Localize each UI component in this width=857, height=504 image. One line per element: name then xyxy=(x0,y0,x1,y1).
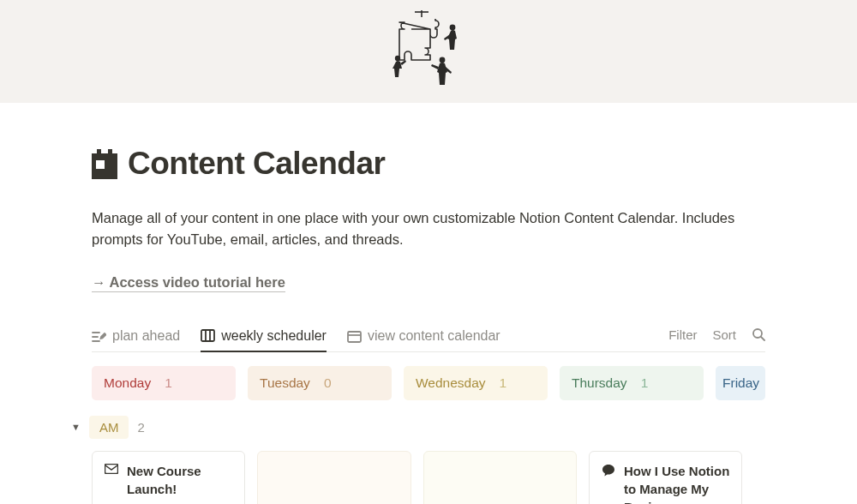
day-label: Monday xyxy=(104,375,151,391)
group-header-am: ▼ AM 2 xyxy=(71,416,765,439)
day-header-friday[interactable]: Friday xyxy=(716,366,765,400)
svg-rect-10 xyxy=(348,332,361,342)
card-edge-friday xyxy=(754,451,765,505)
day-header-tuesday[interactable]: Tuesday 0 xyxy=(248,366,392,400)
speech-bubble-icon xyxy=(602,464,615,477)
card-new-course-launch[interactable]: New Course Launch! Published xyxy=(92,451,245,505)
svg-rect-7 xyxy=(201,330,214,341)
day-label: Tuesday xyxy=(260,375,310,391)
day-label: Wednesday xyxy=(416,375,486,391)
calendar-grid-icon xyxy=(347,330,362,343)
group-count: 2 xyxy=(137,420,144,435)
envelope-icon xyxy=(105,464,118,474)
toggle-icon[interactable]: ▼ xyxy=(71,422,81,432)
puzzle-illustration-icon xyxy=(391,9,466,94)
day-label: Thursday xyxy=(572,375,627,391)
board-icon xyxy=(201,329,215,342)
tab-view-calendar[interactable]: view content calendar xyxy=(347,321,500,351)
card-empty-wednesday[interactable] xyxy=(423,451,577,505)
tab-label: plan ahead xyxy=(112,328,180,344)
svg-point-2 xyxy=(450,25,456,31)
page-title: Content Calendar xyxy=(128,146,385,182)
card-title: How I Use Notion to Manage My Business xyxy=(624,462,729,505)
tab-label: view content calendar xyxy=(368,328,500,344)
svg-rect-14 xyxy=(105,464,118,473)
sort-button[interactable]: Sort xyxy=(712,327,736,342)
card-title: New Course Launch! xyxy=(127,462,232,499)
tutorial-link[interactable]: → Access video tutorial here xyxy=(92,274,285,292)
tab-plan-ahead[interactable]: plan ahead xyxy=(92,321,180,351)
tab-label: weekly scheduler xyxy=(221,328,327,344)
filter-button[interactable]: Filter xyxy=(668,327,697,342)
day-count: 1 xyxy=(641,375,649,391)
day-columns: Monday 1 Tuesday 0 Wednesday 1 Thursday … xyxy=(92,366,765,400)
view-tabs: plan ahead weekly scheduler view content… xyxy=(92,321,765,352)
cards-row: New Course Launch! Published How I Use N… xyxy=(92,451,765,505)
svg-line-13 xyxy=(761,337,764,340)
day-header-monday[interactable]: Monday 1 xyxy=(92,366,236,400)
tab-weekly-scheduler[interactable]: weekly scheduler xyxy=(201,321,327,352)
day-count: 0 xyxy=(324,375,332,391)
group-label[interactable]: AM xyxy=(89,416,129,439)
day-header-thursday[interactable]: Thursday 1 xyxy=(560,366,704,400)
svg-point-3 xyxy=(440,57,446,63)
svg-point-1 xyxy=(395,56,400,61)
page-description: Manage all of your content in one place … xyxy=(92,207,765,250)
day-header-wednesday[interactable]: Wednesday 1 xyxy=(404,366,548,400)
list-edit-icon xyxy=(92,330,106,343)
calendar-icon xyxy=(92,153,117,179)
search-icon[interactable] xyxy=(752,327,765,341)
card-how-i-use-notion[interactable]: How I Use Notion to Manage My Business xyxy=(589,451,742,505)
card-empty-tuesday[interactable] xyxy=(257,451,411,505)
day-count: 1 xyxy=(165,375,172,391)
page-cover xyxy=(0,0,857,103)
day-label: Friday xyxy=(722,375,759,391)
day-count: 1 xyxy=(500,375,507,391)
